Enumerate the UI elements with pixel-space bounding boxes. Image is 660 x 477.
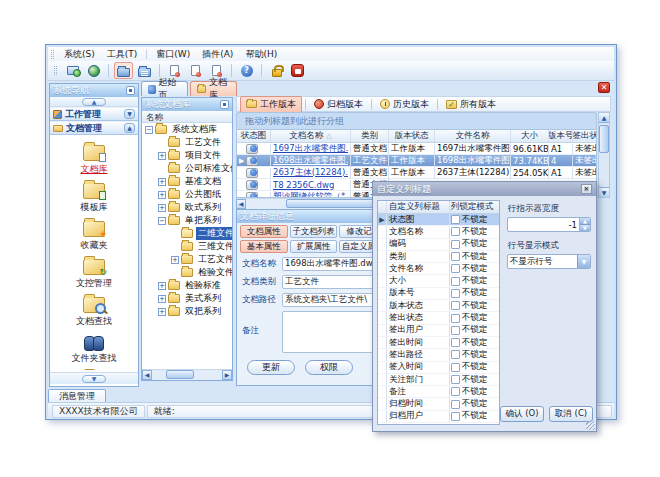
lock-checkbox[interactable] xyxy=(451,375,460,384)
column-header-file-name[interactable]: 文件名称 xyxy=(435,130,511,142)
grid-vertical-scrollbar[interactable]: ▲ ▼ xyxy=(598,112,610,198)
lock-checkbox[interactable] xyxy=(451,400,460,409)
help-button[interactable]: ? xyxy=(237,62,256,79)
tree-node[interactable]: 公司标准文件 xyxy=(142,162,232,175)
table-row[interactable]: 1697出水嘴零件图.dwg普通文档工作版本1697出水嘴零件图.dwg96.6… xyxy=(237,143,596,155)
dialog-row[interactable]: 大小不锁定 xyxy=(378,275,499,287)
tree-node[interactable]: +欧式系列 xyxy=(142,201,232,214)
column-header-checkout-status[interactable]: 签出状态 xyxy=(573,130,597,142)
dialog-row[interactable]: 类别不锁定 xyxy=(378,251,499,263)
remark-field[interactable] xyxy=(282,311,385,353)
menu-system[interactable]: 系统(S) xyxy=(58,47,101,62)
lock-checkbox[interactable] xyxy=(451,412,460,421)
scroll-up-icon[interactable]: ▲ xyxy=(599,113,609,123)
group-by-area[interactable]: 拖动列标题到此进行分组 xyxy=(236,112,597,129)
tree-node[interactable]: +检验标准 xyxy=(142,279,232,292)
message-manager-tab[interactable]: 消息管理 xyxy=(48,389,106,402)
pin-icon[interactable] xyxy=(126,86,135,95)
toolbar-grip-icon[interactable] xyxy=(54,66,57,75)
sidebar-item-doc-control[interactable]: ↻文控管理 xyxy=(50,259,138,290)
doc-link[interactable]: 1698出水嘴零件图.dwg xyxy=(273,155,348,167)
dialog-row-selected[interactable]: ▶状态图不锁定 xyxy=(378,214,499,226)
exit-button[interactable] xyxy=(288,62,307,79)
tree-node[interactable]: +项目文件 xyxy=(142,149,232,162)
plus-box-icon[interactable]: + xyxy=(158,282,166,290)
plus-box-icon[interactable]: + xyxy=(158,308,166,316)
nav-group-work[interactable]: 工作管理▼ xyxy=(50,107,138,121)
folder-view-button[interactable] xyxy=(135,62,154,79)
tab-basic-properties[interactable]: 基本属性 xyxy=(240,240,288,253)
table-row[interactable]: 2637主体(12284).dwg普通文档工作版本2637主体(12284).d… xyxy=(237,167,596,179)
dialog-row[interactable]: 文件名称不锁定 xyxy=(378,263,499,275)
column-title-header[interactable]: 自定义列标题 xyxy=(387,201,450,213)
chevron-down-icon[interactable]: ▼ xyxy=(577,255,590,268)
dialog-row[interactable]: 签出时间不锁定 xyxy=(378,337,499,349)
version-tab-work[interactable]: 工作版本 xyxy=(240,96,302,113)
tree-node[interactable]: −系统文档库 xyxy=(142,123,232,136)
minus-box-icon[interactable]: − xyxy=(158,217,166,225)
column-header-size[interactable]: 大小 xyxy=(511,130,549,142)
tree-node[interactable]: 三维文件 xyxy=(142,240,232,253)
column-header-version-status[interactable]: 版本状态 xyxy=(389,130,435,142)
spinner-value[interactable]: -1 xyxy=(508,218,579,231)
lock-checkbox[interactable] xyxy=(451,227,460,236)
close-icon[interactable]: ✕ xyxy=(581,184,592,194)
dialog-row[interactable]: 文档名称不锁定 xyxy=(378,226,499,238)
network-button[interactable] xyxy=(84,62,103,79)
dialog-title-bar[interactable]: 自定义列标题✕ xyxy=(373,182,596,196)
doc-link[interactable]: 1697出水嘴零件图.dwg xyxy=(273,143,348,155)
table-row-selected[interactable]: ▶1698出水嘴零件图.dwg工艺文件工作版本1698出水嘴零件图.dwg73.… xyxy=(237,155,596,167)
plus-box-icon[interactable]: + xyxy=(171,256,179,264)
lock-checkbox[interactable] xyxy=(451,350,460,359)
resize-grip[interactable] xyxy=(586,421,595,430)
column-header-status[interactable]: 状态图 xyxy=(237,130,271,142)
lock-checkbox[interactable] xyxy=(451,277,460,286)
tab-subdoc-list[interactable]: 子文档列表 xyxy=(290,225,338,238)
doc-category-field[interactable]: 工艺文件 xyxy=(282,275,385,289)
scroll-left-icon[interactable]: ◀ xyxy=(142,370,152,380)
row-number-mode-select[interactable]: 不显示行号▼ xyxy=(507,254,591,269)
lock-checkbox[interactable] xyxy=(451,363,460,372)
tree-node-selected[interactable]: 二维文件 xyxy=(142,227,232,240)
sidebar-item-template-library[interactable]: 模板库 xyxy=(50,183,138,214)
tab-start-page[interactable]: 起始页 xyxy=(141,81,188,96)
close-icon[interactable]: ✕ xyxy=(598,82,610,93)
column-header-category[interactable]: 类别 xyxy=(351,130,389,142)
column-header-version[interactable]: 版本号 xyxy=(549,130,573,142)
tree-node[interactable]: +美式系列 xyxy=(142,292,232,305)
tree-node[interactable]: +公共图纸 xyxy=(142,188,232,201)
menu-plugins[interactable]: 插件(A) xyxy=(196,47,239,62)
sidebar-item-folder-search[interactable]: 文件夹查找 xyxy=(50,335,138,365)
chevron-up-icon[interactable]: ▲ xyxy=(124,123,135,133)
tree-node[interactable]: −单把系列 xyxy=(142,214,232,227)
lock-checkbox[interactable] xyxy=(451,240,460,249)
column-header-doc-name[interactable]: 文档名称△ xyxy=(271,130,351,142)
spinner-down-icon[interactable]: ▼ xyxy=(580,224,590,231)
lock-button[interactable] xyxy=(267,62,286,79)
cancel-button[interactable]: 取消 (C) xyxy=(549,406,593,422)
chevron-down-icon[interactable]: ▼ xyxy=(82,375,106,383)
update-button[interactable]: 更新 xyxy=(247,360,295,375)
scrollbar-track[interactable] xyxy=(152,370,222,380)
lock-checkbox[interactable] xyxy=(451,326,460,335)
version-tab-all[interactable]: ✓所有版本 xyxy=(441,97,501,112)
lock-checkbox[interactable] xyxy=(451,264,460,273)
lock-checkbox[interactable] xyxy=(451,289,460,298)
plus-box-icon[interactable]: + xyxy=(158,295,166,303)
dialog-row[interactable]: 关注部门不锁定 xyxy=(378,374,499,386)
doc-path-field[interactable]: 系统文档夹\工艺文件\ xyxy=(282,293,385,307)
dialog-row[interactable]: 签入时间不锁定 xyxy=(378,362,499,374)
dialog-row[interactable]: 备注不锁定 xyxy=(378,386,499,398)
plus-box-icon[interactable]: + xyxy=(158,178,166,186)
scrollbar-thumb[interactable] xyxy=(166,370,194,379)
tab-doc-properties[interactable]: 文档属性 xyxy=(240,225,288,238)
sidebar-item-doc-library[interactable]: 文档库 xyxy=(50,145,138,176)
lock-checkbox[interactable] xyxy=(451,301,460,310)
row-indicator-width-spinner[interactable]: -1▲▼ xyxy=(507,217,591,232)
dialog-row[interactable]: 版本状态不锁定 xyxy=(378,300,499,312)
lock-checkbox[interactable] xyxy=(451,215,460,224)
dialog-row[interactable]: 签出状态不锁定 xyxy=(378,312,499,324)
tree-node[interactable]: 检验文件 xyxy=(142,266,232,279)
doc-action-button-2[interactable] xyxy=(186,62,205,79)
dialog-row[interactable]: 归档用户不锁定 xyxy=(378,411,499,423)
